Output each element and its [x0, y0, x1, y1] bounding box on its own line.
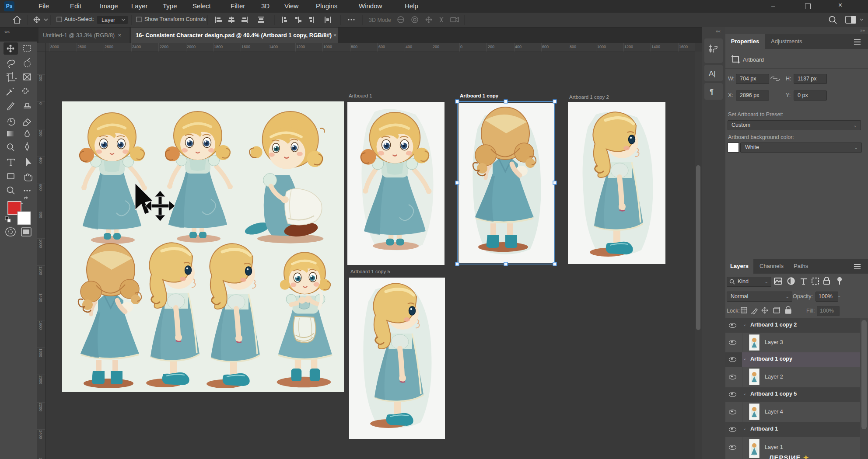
- svg-text:3D Mode: 3D Mode: [369, 17, 391, 23]
- svg-text:Artboard 1: Artboard 1: [349, 93, 372, 98]
- svg-text:¶: ¶: [710, 88, 714, 96]
- svg-text:Artboard 1 copy 2: Artboard 1 copy 2: [569, 94, 609, 100]
- svg-text:A|: A|: [709, 70, 716, 78]
- svg-text:Artboard 1 copy: Artboard 1 copy: [460, 93, 499, 98]
- svg-text:Artboard 1 copy 5: Artboard 1 copy 5: [350, 269, 390, 274]
- svg-text:Layer: Layer: [102, 17, 115, 23]
